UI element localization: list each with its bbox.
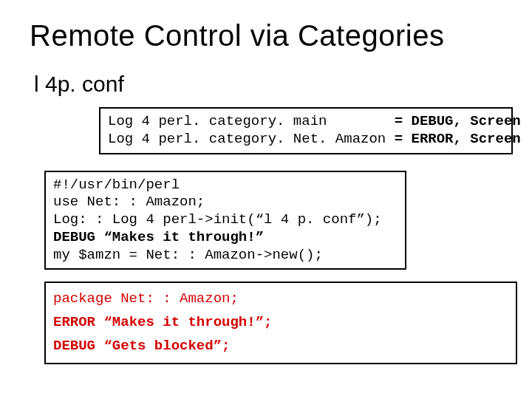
package-code-box: package Net: : Amazon; ERROR “Makes it t… bbox=[44, 282, 517, 364]
script-line-5: my $amzn = Net: : Amazon->new(); bbox=[53, 247, 323, 263]
pkg-line-2-keyword: ERROR bbox=[53, 314, 103, 330]
pkg-line-3-keyword: DEBUG bbox=[53, 338, 103, 354]
conf-line-2-key: Log 4 perl. category. Net. Amazon bbox=[108, 131, 395, 147]
pkg-line-3: DEBUG “Gets blocked”; bbox=[53, 335, 508, 358]
script-code-box: #!/usr/bin/perl use Net: : Amazon; Log: … bbox=[44, 171, 406, 270]
pkg-line-1: package Net: : Amazon; bbox=[53, 287, 508, 311]
conf-line-1-pad bbox=[327, 113, 394, 129]
slide: Remote Control via Categories l 4p. conf… bbox=[0, 0, 532, 399]
pkg-line-2-msg: “Makes it through!”; bbox=[103, 314, 272, 330]
config-code-box: Log 4 perl. category. main = DEBUG, Scre… bbox=[99, 107, 513, 154]
script-line-3: Log: : Log 4 perl->init(“l 4 p. conf”); bbox=[53, 211, 382, 228]
conf-line-2-val: = ERROR, Screen bbox=[395, 131, 521, 147]
pkg-line-2: ERROR “Makes it through!”; bbox=[53, 311, 508, 335]
conf-line-1-key: Log 4 perl. category. main bbox=[108, 113, 327, 129]
pkg-line-3-msg: “Gets blocked”; bbox=[103, 338, 230, 354]
script-line-4: DEBUG “Makes it through!” bbox=[53, 229, 264, 245]
script-line-1: #!/usr/bin/perl bbox=[53, 177, 180, 193]
script-line-2: use Net: : Amazon; bbox=[53, 194, 205, 210]
slide-title: Remote Control via Categories bbox=[30, 19, 502, 52]
config-filename-label: l 4p. conf bbox=[34, 72, 502, 97]
conf-line-1-val: = DEBUG, Screen bbox=[395, 113, 521, 129]
